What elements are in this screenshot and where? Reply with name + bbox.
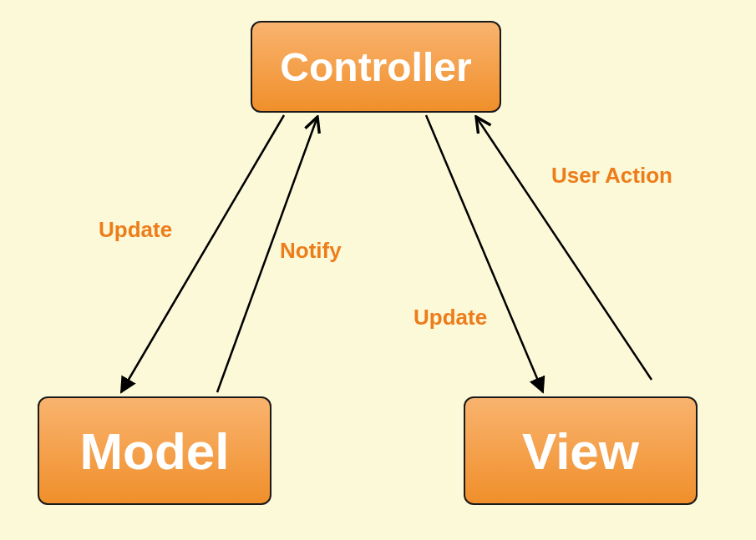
arrow-controller-to-view <box>426 115 543 392</box>
node-model-label: Model <box>79 421 229 481</box>
edge-label-controller-to-view: Update <box>414 305 487 331</box>
edge-label-view-to-controller: User Action <box>551 163 672 189</box>
node-model: Model <box>38 396 271 505</box>
arrow-view-to-controller <box>476 117 652 380</box>
edge-label-controller-to-model: Update <box>99 217 172 243</box>
node-controller-label: Controller <box>280 44 471 90</box>
node-view: View <box>464 396 698 505</box>
edge-label-model-to-controller: Notify <box>280 238 342 264</box>
node-controller: Controller <box>251 21 501 113</box>
arrow-controller-to-model <box>121 115 284 392</box>
node-view-label: View <box>522 421 639 481</box>
